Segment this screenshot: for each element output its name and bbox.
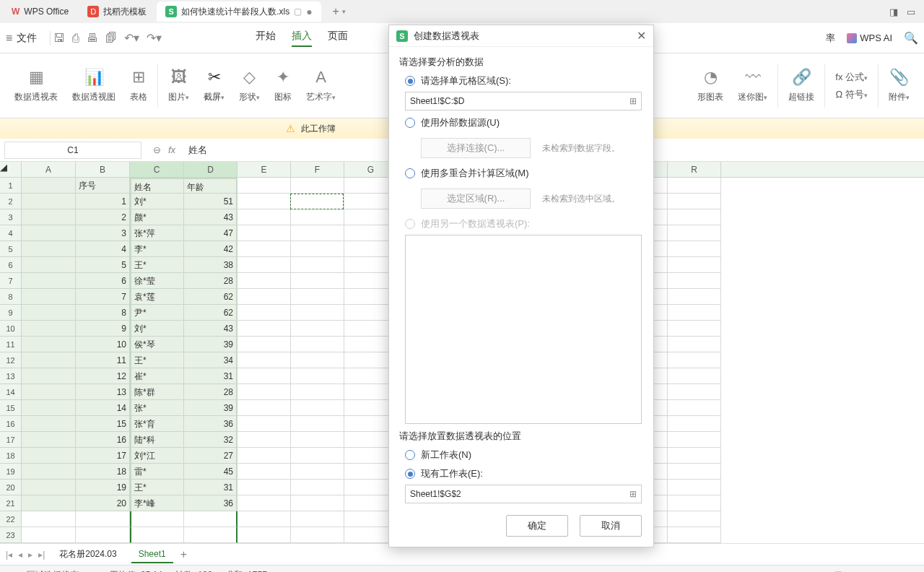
cell[interactable] [668,416,721,432]
cell[interactable]: 14 [76,400,130,416]
cell[interactable] [291,448,344,464]
cell[interactable]: 5 [76,257,130,273]
cell[interactable] [668,432,721,448]
cell[interactable]: 尹* [130,305,184,321]
first-sheet-icon[interactable]: |◂ [6,550,12,560]
col-header[interactable]: C [130,162,184,177]
cell[interactable] [668,178,721,194]
cell[interactable] [668,321,721,337]
cell[interactable] [22,289,76,305]
col-header[interactable]: B [76,162,130,177]
hyperlink-button[interactable]: 🔗超链接 [781,68,821,103]
row-header[interactable]: 5 [0,241,22,257]
cell[interactable] [291,225,344,241]
row-header[interactable]: 12 [0,352,22,368]
row-header[interactable]: 16 [0,416,22,432]
cell[interactable]: 6 [76,273,130,289]
picture-button[interactable]: 🖼图片▾ [161,68,196,103]
cell[interactable] [668,448,721,464]
cell[interactable]: 年龄 [184,178,237,194]
cell[interactable] [668,495,721,511]
cell[interactable]: 47 [184,225,237,241]
cell[interactable]: 62 [184,289,237,305]
row-header[interactable]: 20 [0,480,22,495]
cell[interactable] [668,305,721,321]
row-header[interactable]: 3 [0,209,22,225]
cell[interactable] [291,432,344,448]
tab-insert[interactable]: 插入 [292,30,312,47]
row-header[interactable]: 11 [0,337,22,352]
cell[interactable]: 34 [184,352,237,368]
cell[interactable]: 张*育 [130,416,184,432]
option-external-data[interactable]: 使用外部数据源(U) [405,116,643,129]
cell[interactable]: 王* [130,257,184,273]
cell[interactable] [291,241,344,257]
cell[interactable] [668,289,721,305]
cell[interactable] [291,178,344,194]
cell[interactable] [237,400,291,416]
cell[interactable] [237,352,291,368]
cell[interactable]: 12 [76,368,130,384]
cell[interactable] [291,384,344,400]
cell[interactable]: 42 [184,241,237,257]
cell[interactable]: 王* [130,480,184,495]
cell[interactable]: 姓名 [130,178,184,194]
window-menu-icon[interactable]: ▭ [907,6,915,17]
cell[interactable] [76,511,130,527]
cell[interactable] [237,225,291,241]
row-header[interactable]: 14 [0,384,22,400]
row-header[interactable]: 8 [0,289,22,305]
row-header[interactable]: 21 [0,495,22,511]
cell[interactable] [291,321,344,337]
cell[interactable] [291,511,344,527]
cell[interactable]: 20 [76,495,130,511]
location-input[interactable]: Sheet1!$G$2 ⊞ [405,485,642,503]
cell[interactable] [237,384,291,400]
cell[interactable] [668,511,721,527]
col-header[interactable]: D [184,162,237,177]
cell[interactable]: 36 [184,416,237,432]
col-header[interactable]: A [22,162,76,177]
cell[interactable] [22,400,76,416]
pivot-table-button[interactable]: ▦数据透视表 [7,68,65,103]
tab-page[interactable]: 页面 [328,30,348,47]
cell[interactable]: 7 [76,289,130,305]
cell[interactable] [22,305,76,321]
row-header[interactable]: 7 [0,273,22,289]
cell[interactable] [22,257,76,273]
search-icon[interactable]: 🔍 [904,31,918,45]
cell[interactable]: 刘* [130,194,184,209]
cell[interactable]: 9 [76,321,130,337]
option-existing-sheet[interactable]: 现有工作表(E): [405,467,643,480]
cell[interactable]: 王* [130,352,184,368]
hamburger-icon[interactable]: ≡ [6,32,12,45]
cell[interactable] [291,194,344,209]
cell[interactable] [22,273,76,289]
cell[interactable] [668,273,721,289]
cell[interactable]: 3 [76,225,130,241]
cell[interactable]: 28 [184,384,237,400]
wordart-button[interactable]: A艺术字▾ [299,68,343,103]
cell[interactable]: 51 [184,194,237,209]
cell[interactable]: 11 [76,352,130,368]
cell[interactable] [184,511,237,527]
fx-icon[interactable]: fx [168,144,175,155]
select-all-corner[interactable]: ◢ [0,162,22,177]
cell[interactable] [237,194,291,209]
cell[interactable]: 39 [184,400,237,416]
range-picker-icon[interactable]: ⊞ [629,96,637,106]
wps-ai-button[interactable]: WPS AI [847,32,892,43]
pivot-chart-button[interactable]: 📊数据透视图 [65,68,123,103]
cell[interactable] [237,257,291,273]
cell[interactable] [237,209,291,225]
row-header[interactable]: 18 [0,448,22,464]
col-header[interactable]: F [291,162,344,177]
cell[interactable]: 31 [184,368,237,384]
icon-button[interactable]: ✦图标 [267,68,299,103]
row-header[interactable]: 9 [0,305,22,321]
new-tab-button[interactable]: + [333,5,339,18]
cell[interactable]: 43 [184,321,237,337]
row-header[interactable]: 13 [0,368,22,384]
cell[interactable]: 1 [76,194,130,209]
cell[interactable]: 序号 [76,178,130,194]
